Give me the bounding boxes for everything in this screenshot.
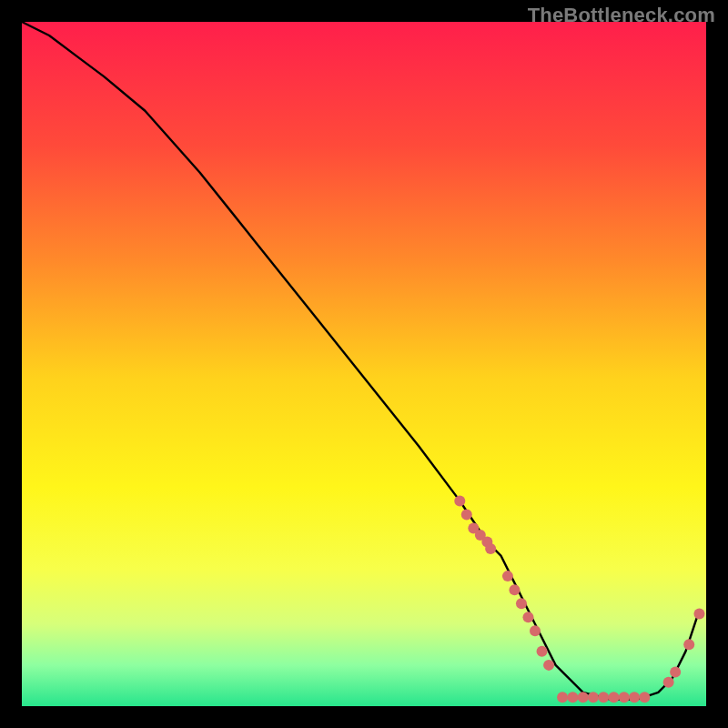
data-marker [461, 509, 472, 520]
data-marker [578, 692, 589, 703]
data-marker [485, 543, 496, 554]
data-marker [639, 692, 650, 703]
data-marker [557, 692, 568, 703]
data-marker [509, 584, 520, 595]
data-marker [530, 625, 541, 636]
chart-stage: { "watermark": "TheBottleneck.com", "plo… [0, 0, 728, 728]
data-marker [619, 692, 630, 703]
watermark-text: TheBottleneck.com [528, 4, 715, 27]
data-marker [516, 598, 527, 609]
plot-background [22, 22, 706, 706]
data-marker [608, 692, 619, 703]
data-marker [454, 495, 465, 506]
data-marker [693, 608, 704, 619]
data-marker [588, 692, 599, 703]
data-marker [670, 666, 681, 677]
data-marker [567, 692, 578, 703]
data-marker [522, 612, 533, 622]
data-marker [683, 639, 694, 650]
chart-svg [0, 0, 728, 728]
data-marker [502, 571, 513, 581]
data-marker [663, 677, 674, 688]
data-marker [629, 692, 640, 703]
data-marker [537, 646, 548, 657]
data-marker [543, 660, 554, 671]
data-marker [598, 692, 609, 703]
